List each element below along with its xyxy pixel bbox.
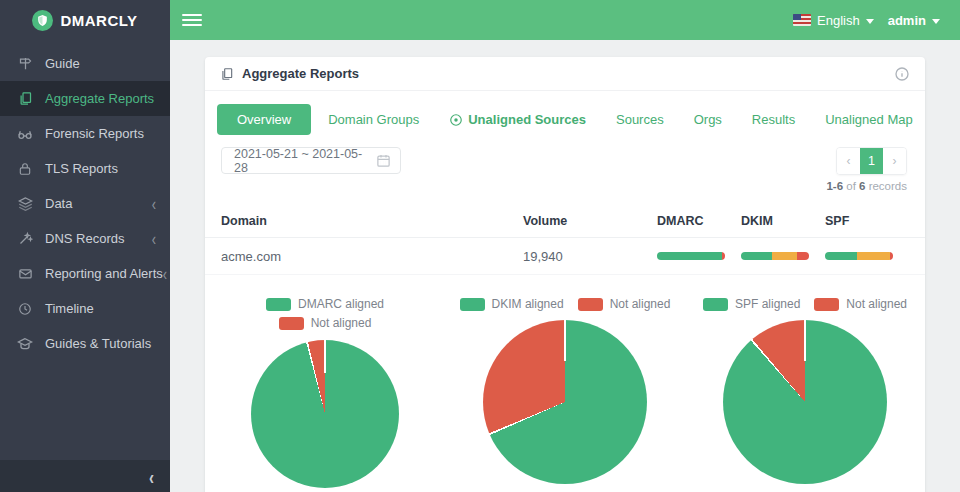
legend-item-spf-aligned[interactable]: SPF aligned: [703, 297, 800, 311]
brand-name: DMARCLY: [60, 12, 137, 29]
calendar-icon: [376, 153, 391, 168]
sidebar-item-guide[interactable]: Guide: [0, 46, 170, 81]
spf-legend: SPF aligned Not aligned: [703, 297, 907, 311]
language-selector[interactable]: English: [817, 13, 860, 28]
col-header-spf: SPF: [825, 214, 909, 228]
target-icon: [449, 113, 463, 127]
graduation-cap-icon: [17, 336, 33, 352]
volume-cell: 19,940: [523, 249, 657, 264]
sidebar-collapse-bar: ‹: [0, 460, 170, 492]
collapse-sidebar-icon[interactable]: ‹: [149, 465, 154, 487]
green-swatch: [266, 298, 291, 311]
spf-pie-chart: SPF aligned Not aligned: [685, 297, 925, 488]
red-swatch: [279, 317, 304, 330]
sidebar-item-timeline[interactable]: Timeline: [0, 291, 170, 326]
pie-charts-row: DMARC aligned Not aligned: [205, 297, 925, 488]
chevron-down-icon: [932, 19, 940, 24]
dmarc-pie[interactable]: [251, 340, 399, 488]
domain-cell: acme.com: [221, 249, 523, 264]
sidebar: DMARCLY Guide Aggregate Reports Forensic…: [0, 0, 170, 492]
pagination: ‹ 1 › 1-6 of 6 records: [826, 147, 907, 192]
dkim-pie[interactable]: [483, 320, 647, 484]
red-swatch: [814, 298, 839, 311]
pager: ‹ 1 ›: [836, 147, 907, 175]
topbar-right: English admin: [793, 13, 942, 28]
dkim-pie-chart: DKIM aligned Not aligned: [445, 297, 685, 488]
tab-results[interactable]: Results: [739, 105, 808, 134]
brand-logo[interactable]: DMARCLY: [0, 0, 170, 40]
sidebar-item-tls-reports[interactable]: TLS Reports: [0, 151, 170, 186]
sidebar-item-dns-records[interactable]: DNS Records ‹: [0, 221, 170, 256]
table-header-row: Domain Volume DMARC DKIM SPF: [205, 204, 925, 238]
pages-icon: [17, 91, 33, 107]
tab-unaligned-map[interactable]: Unaligned Map: [812, 105, 925, 134]
legend-item-dmarc-aligned[interactable]: DMARC aligned: [266, 297, 384, 311]
chevron-left-icon: ‹: [152, 194, 156, 212]
tab-unaligned-sources[interactable]: Unaligned Sources: [436, 105, 599, 134]
layers-icon: [17, 196, 33, 212]
tab-domain-groups[interactable]: Domain Groups: [315, 105, 432, 134]
pages-icon: [220, 67, 234, 81]
topbar: English admin: [170, 0, 960, 40]
next-page-button[interactable]: ›: [883, 148, 906, 174]
main-content: Aggregate Reports Overview Domain Groups…: [170, 40, 960, 492]
page-1-button[interactable]: 1: [860, 148, 883, 174]
page-title: Aggregate Reports: [242, 66, 359, 81]
prev-page-button[interactable]: ‹: [837, 148, 860, 174]
col-header-dmarc: DMARC: [657, 214, 741, 228]
legend-item-not-aligned[interactable]: Not aligned: [814, 297, 907, 311]
sidebar-item-data[interactable]: Data ‹: [0, 186, 170, 221]
records-summary: 1-6 of 6 records: [826, 180, 907, 192]
legend-item-not-aligned[interactable]: Not aligned: [279, 316, 372, 330]
legend-item-not-aligned[interactable]: Not aligned: [578, 297, 671, 311]
filter-row: 2021-05-21 ~ 2021-05-28 ‹ 1 › 1-6 of 6 r…: [205, 139, 925, 192]
green-swatch: [460, 298, 485, 311]
sidebar-nav: Guide Aggregate Reports Forensic Reports…: [0, 46, 170, 361]
lock-icon: [17, 161, 33, 177]
domain-table: Domain Volume DMARC DKIM SPF acme.com 19…: [205, 204, 925, 275]
chevron-left-icon: ‹: [163, 264, 167, 282]
sidebar-item-guides-tutorials[interactable]: Guides & Tutorials: [0, 326, 170, 361]
info-icon[interactable]: [894, 66, 910, 82]
signpost-icon: [17, 56, 33, 72]
mailbox-icon: [17, 266, 33, 282]
sidebar-item-reporting-and-alerts[interactable]: Reporting and Alerts ‹: [0, 256, 170, 291]
dkim-result-bar: [741, 252, 809, 260]
legend-item-dkim-aligned[interactable]: DKIM aligned: [460, 297, 564, 311]
user-menu[interactable]: admin: [888, 13, 926, 28]
aggregate-reports-card: Aggregate Reports Overview Domain Groups…: [205, 57, 925, 492]
col-header-volume: Volume: [523, 214, 657, 228]
spf-pie[interactable]: [723, 320, 887, 484]
table-row[interactable]: acme.com 19,940: [205, 238, 925, 275]
col-header-domain: Domain: [221, 214, 523, 228]
chevron-left-icon: ‹: [152, 229, 156, 247]
us-flag-icon: [793, 14, 811, 26]
tab-orgs[interactable]: Orgs: [681, 105, 735, 134]
tab-bar: Overview Domain Groups Unaligned Sources…: [205, 91, 925, 139]
date-range-value: 2021-05-21 ~ 2021-05-28: [234, 147, 376, 175]
card-header: Aggregate Reports: [205, 57, 925, 91]
dkim-legend: DKIM aligned Not aligned: [460, 297, 671, 311]
dmarc-legend: DMARC aligned Not aligned: [266, 297, 384, 330]
tab-overview[interactable]: Overview: [217, 104, 311, 135]
chevron-down-icon: [866, 19, 874, 24]
date-range-picker[interactable]: 2021-05-21 ~ 2021-05-28: [221, 147, 401, 174]
shield-icon: [32, 10, 53, 31]
spf-result-bar: [825, 252, 893, 260]
green-swatch: [703, 298, 728, 311]
red-swatch: [578, 298, 603, 311]
sidebar-item-aggregate-reports[interactable]: Aggregate Reports: [0, 81, 170, 116]
clock-icon: [17, 301, 33, 317]
dmarc-result-bar: [657, 252, 725, 260]
tab-sources[interactable]: Sources: [603, 105, 677, 134]
dmarc-pie-chart: DMARC aligned Not aligned: [205, 297, 445, 488]
wand-icon: [17, 231, 33, 247]
menu-toggle-icon[interactable]: [182, 11, 202, 29]
col-header-dkim: DKIM: [741, 214, 825, 228]
glasses-icon: [17, 126, 33, 142]
sidebar-item-forensic-reports[interactable]: Forensic Reports: [0, 116, 170, 151]
